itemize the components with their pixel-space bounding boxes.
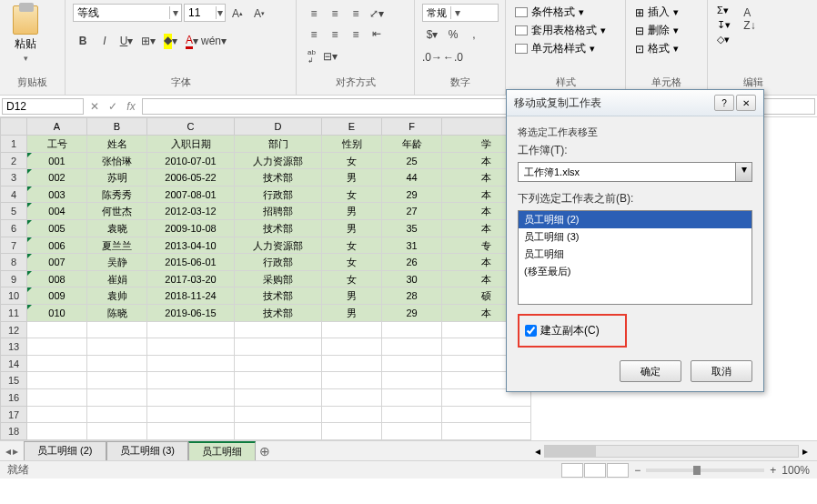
cell[interactable]: 004 bbox=[27, 203, 87, 220]
h-scrollbar[interactable] bbox=[544, 445, 799, 458]
cell[interactable] bbox=[382, 407, 442, 424]
cell[interactable]: 2017-03-20 bbox=[147, 271, 235, 288]
bold-button[interactable]: B bbox=[73, 31, 93, 51]
cell[interactable]: 技术部 bbox=[235, 169, 322, 186]
cell[interactable] bbox=[147, 338, 235, 356]
select-all-corner[interactable] bbox=[0, 117, 27, 136]
row-header[interactable]: 10 bbox=[0, 287, 27, 305]
format-button[interactable]: ⊡格式▾ bbox=[633, 40, 681, 57]
cell[interactable]: 2015-06-01 bbox=[147, 254, 235, 271]
cell[interactable]: 35 bbox=[382, 220, 442, 237]
cell[interactable] bbox=[442, 423, 531, 440]
copy-check-input[interactable] bbox=[525, 325, 537, 337]
page-layout-button[interactable] bbox=[584, 463, 606, 478]
cell[interactable] bbox=[382, 372, 442, 389]
phonetic-button[interactable]: wén▾ bbox=[204, 31, 224, 51]
list-item[interactable]: 员工明细 (3) bbox=[519, 228, 751, 246]
cell[interactable]: 2007-08-01 bbox=[147, 186, 235, 204]
cell[interactable] bbox=[147, 322, 235, 339]
cell[interactable]: 001 bbox=[27, 153, 87, 170]
cell[interactable]: 技术部 bbox=[235, 305, 322, 322]
cell[interactable] bbox=[382, 389, 442, 407]
cell[interactable]: 袁帅 bbox=[87, 287, 147, 305]
align-bot-button[interactable]: ≡ bbox=[346, 4, 366, 24]
row-header[interactable]: 7 bbox=[0, 237, 27, 255]
h-scroll-thumb[interactable] bbox=[545, 446, 596, 457]
cell[interactable]: 吴静 bbox=[87, 254, 147, 271]
row-header[interactable]: 5 bbox=[0, 203, 27, 220]
cell[interactable]: 入职日期 bbox=[147, 136, 235, 153]
cell[interactable]: 005 bbox=[27, 220, 87, 237]
clear-button[interactable]: ◇▾ bbox=[715, 33, 732, 46]
font-color-button[interactable]: A▾ bbox=[182, 31, 202, 51]
cell[interactable] bbox=[322, 407, 382, 424]
wrap-button[interactable]: ab↲ bbox=[304, 46, 319, 66]
enter-fx-button[interactable]: ✓ bbox=[104, 100, 122, 113]
col-header[interactable]: F bbox=[382, 117, 442, 136]
cell[interactable]: 25 bbox=[382, 153, 442, 170]
row-header[interactable]: 8 bbox=[0, 254, 27, 271]
cell[interactable] bbox=[87, 372, 147, 389]
row-header[interactable]: 18 bbox=[0, 423, 27, 440]
cell[interactable] bbox=[27, 338, 87, 356]
autosum-button[interactable]: Σ▾ bbox=[715, 4, 732, 17]
font-name-input[interactable] bbox=[74, 6, 169, 19]
number-format-combo[interactable]: 常规 ▾ bbox=[422, 4, 499, 22]
col-header[interactable]: E bbox=[322, 117, 382, 136]
cell[interactable]: 部门 bbox=[235, 136, 322, 153]
col-header[interactable]: B bbox=[87, 117, 147, 136]
currency-button[interactable]: $▾ bbox=[422, 25, 442, 45]
cell[interactable] bbox=[147, 389, 235, 407]
cell[interactable]: 苏明 bbox=[87, 169, 147, 186]
font-name-combo[interactable]: ▾ bbox=[73, 4, 182, 22]
row-header[interactable]: 3 bbox=[0, 169, 27, 186]
cell[interactable]: 采购部 bbox=[235, 271, 322, 288]
cell[interactable] bbox=[382, 423, 442, 440]
cell[interactable]: 技术部 bbox=[235, 220, 322, 237]
row-header[interactable]: 9 bbox=[0, 271, 27, 288]
cell[interactable] bbox=[382, 338, 442, 356]
row-header[interactable]: 12 bbox=[0, 322, 27, 339]
cell[interactable]: 006 bbox=[27, 237, 87, 255]
cell[interactable]: 007 bbox=[27, 254, 87, 271]
cell-style-button[interactable]: 单元格样式▾ bbox=[513, 40, 608, 57]
normal-view-button[interactable] bbox=[561, 463, 583, 478]
cell[interactable]: 人力资源部 bbox=[235, 153, 322, 170]
align-mid-button[interactable]: ≡ bbox=[325, 4, 345, 24]
cancel-button[interactable]: 取消 bbox=[691, 360, 752, 382]
fill-button[interactable]: ↧▾ bbox=[715, 18, 732, 32]
cell[interactable]: 女 bbox=[322, 153, 382, 170]
cell[interactable]: 女 bbox=[322, 271, 382, 288]
cell[interactable]: 2019-06-15 bbox=[147, 305, 235, 322]
col-header[interactable]: D bbox=[235, 117, 322, 136]
zoom-slider[interactable] bbox=[646, 469, 764, 472]
cell[interactable]: 袁晓 bbox=[87, 220, 147, 237]
cell[interactable] bbox=[235, 322, 322, 339]
tab-prev-button[interactable]: ◂ bbox=[5, 445, 11, 458]
zoom-out-button[interactable]: − bbox=[634, 464, 640, 477]
cell[interactable]: 男 bbox=[322, 169, 382, 186]
dialog-close-button[interactable]: ✕ bbox=[736, 95, 756, 111]
indent-dec-button[interactable]: ⇤ bbox=[367, 24, 387, 44]
cell[interactable]: 男 bbox=[322, 203, 382, 220]
cell[interactable]: 行政部 bbox=[235, 254, 322, 271]
cancel-fx-button[interactable]: ✕ bbox=[86, 100, 104, 113]
cell[interactable]: 29 bbox=[382, 186, 442, 204]
cell[interactable] bbox=[322, 338, 382, 356]
cell[interactable] bbox=[235, 356, 322, 373]
align-left-button[interactable]: ≡ bbox=[304, 25, 324, 45]
cell[interactable] bbox=[27, 423, 87, 440]
add-sheet-button[interactable]: ⊕ bbox=[256, 444, 274, 459]
cell[interactable] bbox=[87, 338, 147, 356]
cell[interactable]: 男 bbox=[322, 287, 382, 305]
row-header[interactable]: 1 bbox=[0, 136, 27, 153]
col-header[interactable]: C bbox=[147, 117, 235, 136]
cell[interactable] bbox=[322, 372, 382, 389]
cell[interactable] bbox=[147, 423, 235, 440]
cell[interactable]: 009 bbox=[27, 287, 87, 305]
font-size-combo[interactable]: ▾ bbox=[184, 4, 226, 22]
cell[interactable]: 男 bbox=[322, 220, 382, 237]
cell[interactable] bbox=[235, 372, 322, 389]
align-right-button[interactable]: ≡ bbox=[346, 25, 366, 45]
cell[interactable] bbox=[27, 356, 87, 373]
